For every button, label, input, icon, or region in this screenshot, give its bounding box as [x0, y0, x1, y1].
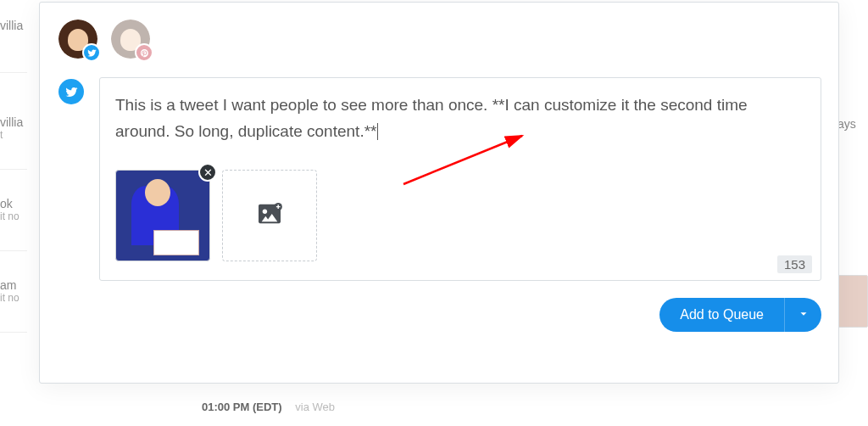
queue-options-dropdown[interactable] — [784, 298, 821, 332]
time-value: 01:00 PM (EDT) — [202, 401, 282, 413]
bg-item: villia — [0, 14, 27, 73]
char-counter: 153 — [777, 255, 812, 273]
scheduled-time: 01:00 PM (EDT) via Web — [202, 401, 335, 413]
bg-item-sub: it no — [0, 210, 27, 222]
bg-item-name: ok — [0, 197, 27, 210]
tweet-text-value: This is a tweet I want people to see mor… — [115, 96, 748, 140]
bg-item-name: villia — [0, 19, 27, 32]
compose-modal: This is a tweet I want people to see mor… — [39, 2, 839, 384]
pinterest-icon — [135, 43, 153, 62]
bg-bottom-bar: 01:00 PM (EDT) via Web — [0, 387, 868, 426]
twitter-icon — [58, 79, 84, 104]
close-icon: ✕ — [203, 166, 213, 179]
chevron-down-icon — [798, 308, 810, 322]
compose-box: This is a tweet I want people to see mor… — [99, 77, 821, 281]
attached-image[interactable]: ✕ — [115, 170, 210, 261]
bg-item: am it no — [0, 273, 27, 333]
tweet-text-input[interactable]: This is a tweet I want people to see mor… — [115, 92, 805, 146]
media-row: ✕ — [115, 170, 805, 261]
bg-item: villia t — [0, 110, 27, 170]
bg-item-sub: it no — [0, 292, 27, 304]
text-caret — [377, 123, 378, 140]
source-via: via Web — [295, 401, 335, 413]
add-image-icon — [257, 203, 282, 228]
bg-thumbnail — [837, 275, 868, 328]
remove-image-button[interactable]: ✕ — [198, 163, 217, 182]
account-twitter[interactable] — [58, 20, 97, 59]
bg-item: ok it no — [0, 192, 27, 251]
action-bar: Add to Queue — [58, 298, 821, 332]
account-pinterest[interactable] — [111, 20, 150, 59]
bg-item-sub: t — [0, 129, 27, 141]
attached-image-preview — [115, 170, 210, 261]
twitter-icon — [82, 43, 101, 62]
add-media-button[interactable] — [222, 170, 317, 261]
bg-item-name: am — [0, 278, 27, 292]
add-to-queue-button[interactable]: Add to Queue — [659, 298, 784, 332]
bg-item-name: villia — [0, 115, 27, 129]
account-selector-row — [58, 18, 821, 60]
bg-right-text: ays — [837, 117, 868, 131]
